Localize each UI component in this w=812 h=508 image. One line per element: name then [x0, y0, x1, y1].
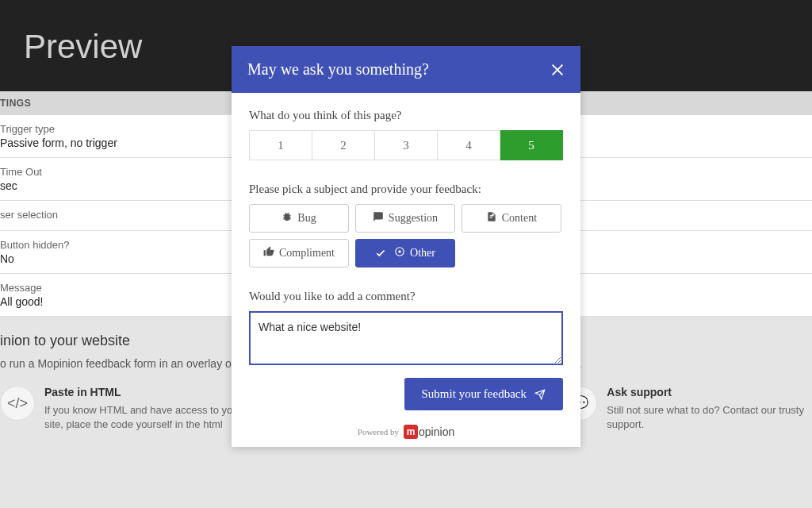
powered-by: Powered by mopinion — [232, 420, 580, 447]
subject-button-bug[interactable]: Bug — [249, 204, 349, 233]
subject-button-other[interactable]: Other — [355, 239, 455, 267]
check-icon — [375, 248, 386, 259]
rating-button-4[interactable]: 4 — [438, 130, 500, 160]
subject-label: Content — [502, 212, 537, 225]
thumbs-up-icon — [263, 246, 274, 260]
rating-button-2[interactable]: 2 — [312, 130, 375, 160]
question-comment: Would you like to add a comment? — [249, 290, 563, 303]
subject-label: Suggestion — [389, 212, 438, 225]
modal-footer: Submit your feedback — [232, 378, 580, 420]
rating-button-3[interactable]: 3 — [375, 130, 438, 160]
subject-label: Other — [410, 247, 435, 260]
rating-button-5[interactable]: 5 — [500, 130, 563, 160]
rating-button-1[interactable]: 1 — [249, 130, 312, 160]
subject-label: Bug — [297, 212, 316, 225]
close-icon[interactable] — [550, 63, 565, 77]
subject-options: BugSuggestionContentComplimentOther — [249, 204, 563, 267]
modal-body: What do you think of this page? 12345 Pl… — [232, 93, 580, 378]
comment-input[interactable] — [249, 311, 563, 365]
svg-point-0 — [398, 250, 401, 253]
rating-scale: 12345 — [249, 130, 563, 160]
modal-header: May we ask you something? — [232, 46, 580, 93]
subject-button-suggestion[interactable]: Suggestion — [355, 204, 455, 233]
submit-button[interactable]: Submit your feedback — [404, 378, 563, 410]
subject-label: Compliment — [279, 247, 335, 260]
mopinion-logo[interactable]: mopinion — [404, 425, 454, 439]
question-rating: What do you think of this page? — [249, 109, 563, 122]
target-icon — [394, 246, 405, 260]
file-icon — [486, 211, 497, 225]
question-subject: Please pick a subject and provide your f… — [249, 183, 563, 196]
send-icon — [534, 389, 546, 400]
modal-title: May we ask you something? — [247, 60, 429, 79]
feedback-modal: May we ask you something? What do you th… — [232, 46, 580, 447]
bug-icon — [282, 211, 293, 225]
subject-button-content[interactable]: Content — [462, 204, 561, 233]
modal-overlay: May we ask you something? What do you th… — [0, 0, 812, 508]
subject-button-compliment[interactable]: Compliment — [249, 239, 349, 267]
comment-icon — [373, 211, 384, 225]
